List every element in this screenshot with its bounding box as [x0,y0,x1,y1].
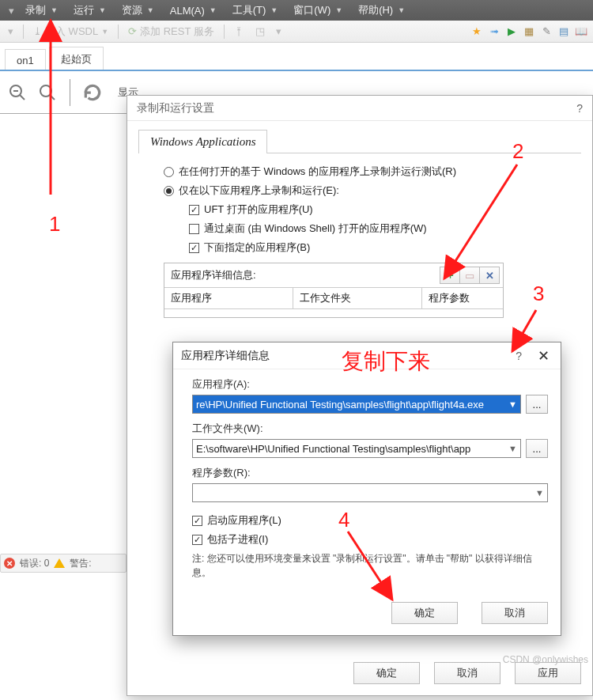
app-help-icon[interactable]: ? [516,350,522,362]
record-dialog-buttons: 确定 取消 应用 [353,662,581,684]
app-dialog-title: 应用程序详细信息 [181,349,270,363]
folder-browse-button[interactable]: ... [526,439,548,458]
main-menubar: ▾ 录制▼ 运行▼ 资源▼ ALM(A)▼ 工具(T)▼ 窗口(W)▼ 帮助(H… [0,0,593,21]
status-bar: ✕ 错误: 0 警告: [0,554,127,573]
play-icon[interactable]: ▶ [504,25,519,39]
help-icon[interactable]: ? [576,102,583,115]
edit-app-button[interactable]: ▭ [459,267,480,284]
toolbar-add-rest[interactable]: ⟳ 添加 REST 服务 [125,23,217,40]
radio-any-app-row[interactable]: 在任何打开的基于 Windows 的应用程序上录制并运行测试(R) [164,165,581,179]
check-below-label: 下面指定的应用程序(B) [204,240,310,255]
errors-count: 错误: 0 [20,557,49,570]
svg-point-3 [40,85,51,96]
radio-only-app[interactable] [164,186,174,196]
radio-any-app-label: 在任何打开的基于 Windows 的应用程序上录制并运行测试(R) [179,165,456,179]
chevron-down-icon[interactable]: ▼ [508,399,517,409]
check-shell-row[interactable]: 通过桌面 (由 Windows Shell) 打开的应用程序(W) [189,221,581,236]
chevron-down-icon[interactable]: ▼ [508,444,517,453]
check-child-row[interactable]: 包括子进程(I) [192,532,548,547]
folder-field-label: 工作文件夹(W): [192,422,548,436]
check-shell[interactable] [189,224,199,234]
check-below-row[interactable]: 下面指定的应用程序(B) [189,240,581,255]
app-path-value: re\HP\Unified Functional Testing\samples… [196,399,484,411]
dialog-tabstrip: Windows Applications [138,129,581,153]
toolbar-nav-up-icon[interactable]: ⭱ [231,23,247,40]
app-details-dialog: 应用程序详细信息 ? ✕ 应用程序(A): re\HP\Unified Func… [172,342,561,636]
zoom-in-icon[interactable] [36,81,59,104]
radio-only-app-label: 仅在以下应用程序上录制和运行(E): [179,184,339,198]
check-child[interactable] [192,535,202,545]
record-apply-button[interactable]: 应用 [515,662,581,684]
add-app-button[interactable]: ＋ [440,267,460,284]
check-uft[interactable] [189,205,199,215]
record-ok-button[interactable]: 确定 [353,662,420,684]
watermark: CSDN @onlywishes [503,654,588,665]
doc-tab-on1[interactable]: on1 [5,49,46,70]
folder-value: E:\software\HP\Unified Functional Testin… [196,443,470,455]
arrow-icon[interactable]: ➟ [487,25,501,39]
folder-input[interactable]: E:\software\HP\Unified Functional Testin… [192,439,521,458]
tab-windows-applications[interactable]: Windows Applications [138,130,267,153]
record-cancel-button[interactable]: 取消 [434,662,500,684]
app-details-header: 应用程序详细信息: [171,268,256,282]
menu-window[interactable]: 窗口(W)▼ [285,0,350,21]
toolbar-generic-icon[interactable]: ▾ [273,23,285,40]
check-uft-label: UFT 打开的应用程序(U) [204,202,313,217]
args-field-label: 程序参数(R): [192,466,548,480]
zoom-out-icon[interactable] [6,81,28,104]
toolbar-new-icon[interactable]: ▾ [5,23,17,40]
app-browse-button[interactable]: ... [526,395,548,414]
refresh-icon[interactable] [81,81,104,104]
menu-run[interactable]: 运行▼ [66,0,114,21]
refresh-icon: ⟳ [128,25,137,37]
document-tabs: on1 起始页 [0,43,593,71]
col-args: 程序参数 [421,288,503,309]
check-launch-row[interactable]: 启动应用程序(L) [192,513,548,528]
app-dialog-titlebar: 应用程序详细信息 ? ✕ [173,342,561,369]
main-toolbar: ▾ ⤓ 导入 WSDL▼ ⟳ 添加 REST 服务 ⭱ ◳ ▾ ★ ➟ ▶ ▦ … [0,21,593,43]
subbar-separator [70,79,70,106]
close-icon[interactable]: ✕ [534,347,553,365]
svg-line-4 [50,95,55,100]
app-field-label: 应用程序(A): [192,377,548,392]
star-icon[interactable]: ★ [470,25,484,39]
menu-record[interactable]: 录制▼ [17,0,66,21]
box-icon[interactable]: ▦ [522,25,536,39]
warning-icon [54,558,65,568]
check-below[interactable] [189,243,199,253]
stack-icon[interactable]: ▤ [557,25,571,39]
app-cancel-button[interactable]: 取消 [482,602,548,624]
chevron-down-icon[interactable]: ▼ [535,488,544,498]
doc-tab-start[interactable]: 起始页 [49,47,104,70]
app-ok-button[interactable]: 确定 [391,602,458,624]
app-details-panel: 应用程序详细信息: ＋ ▭ ✕ 应用程序 工作文件夹 程序参数 [164,263,504,318]
menu-help[interactable]: 帮助(H)▼ [350,0,413,21]
toolbar-separator [224,25,225,39]
tools-icon[interactable]: ✎ [539,25,553,39]
menu-resource[interactable]: 资源▼ [114,0,162,21]
dialog-titlebar: 录制和运行设置 ? [127,96,592,121]
menu-leading-caret-icon: ▾ [5,5,17,17]
args-input[interactable]: ▼ [192,483,548,502]
delete-app-button[interactable]: ✕ [479,267,500,284]
check-uft-row[interactable]: UFT 打开的应用程序(U) [189,202,581,217]
toolbar-import-wsdl[interactable]: ⤓ 导入 WSDL▼ [30,23,111,40]
radio-only-app-row[interactable]: 仅在以下应用程序上录制和运行(E): [164,184,581,198]
toolbar-separator [118,25,119,39]
dialog-title: 录制和运行设置 [137,101,214,115]
app-path-input[interactable]: re\HP\Unified Functional Testing\samples… [192,395,521,414]
radio-any-app[interactable] [164,167,174,177]
app-dialog-buttons: 确定 取消 [391,602,548,624]
check-launch-label: 启动应用程序(L) [207,513,281,528]
book-icon[interactable]: 📖 [574,25,588,39]
warnings-label: 警告: [70,557,91,570]
download-icon: ⤓ [33,25,42,37]
error-icon: ✕ [4,558,15,569]
toolbar-separator [23,25,24,39]
toolbar-nav-icon[interactable]: ◳ [252,23,268,40]
check-launch[interactable] [192,516,202,526]
menu-alm[interactable]: ALM(A)▼ [162,0,225,21]
annotation-1: 1 [49,212,60,236]
env-note: 注: 您还可以使用环境变量来设置 "录制和运行设置"。请单击 "帮助" 以获得详… [192,551,548,580]
menu-tools[interactable]: 工具(T)▼ [225,0,286,21]
